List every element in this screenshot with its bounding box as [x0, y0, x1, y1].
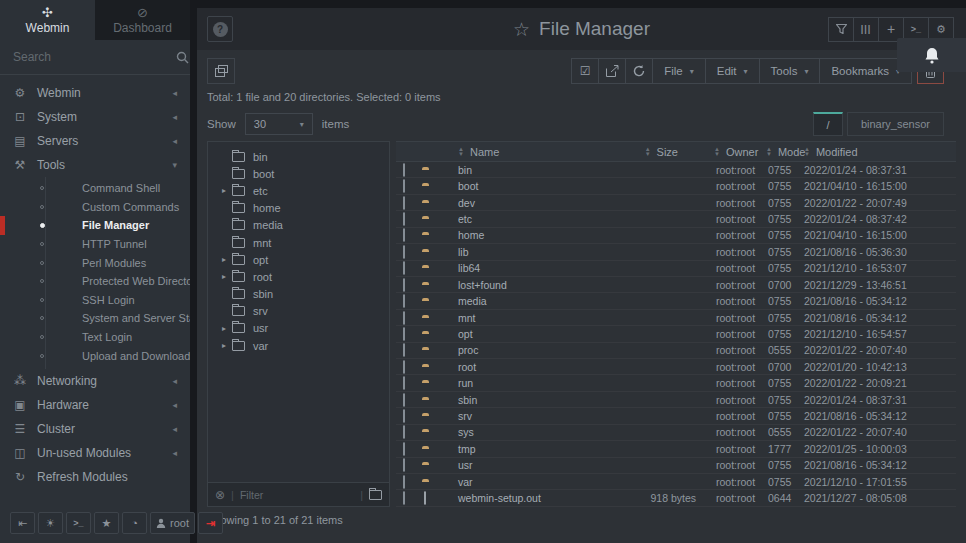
clone-window-button[interactable] — [207, 58, 235, 84]
table-row-proc[interactable]: proc root:root 0555 2022/01/22 - 20:07:4… — [396, 343, 956, 359]
sidebar-item-protected-web-directories[interactable]: Protected Web Directories — [0, 272, 190, 291]
row-checkbox[interactable] — [403, 196, 405, 210]
table-row-bin[interactable]: bin root:root 0755 2022/01/24 - 08:37:31 — [396, 162, 956, 178]
sidebar-item-perl-modules[interactable]: Perl Modules — [0, 253, 190, 272]
row-checkbox[interactable] — [403, 458, 405, 472]
menu-tools-button[interactable]: Tools ▾ — [759, 58, 821, 84]
tree-item-srv[interactable]: srv — [208, 303, 389, 320]
row-checkbox[interactable] — [403, 228, 405, 242]
sidebar-item-text-login[interactable]: Text Login — [0, 328, 190, 347]
expand-caret-icon[interactable]: ▸ — [216, 341, 232, 350]
tree-item-boot[interactable]: boot — [208, 165, 389, 182]
usage-button[interactable]: ◔ — [122, 512, 147, 534]
row-checkbox[interactable] — [403, 212, 405, 226]
tab-dashboard[interactable]: ⊘ Dashboard — [95, 0, 190, 40]
table-row-dev[interactable]: dev root:root 0755 2022/01/22 - 20:07:49 — [396, 195, 956, 211]
sidebar-item-tools[interactable]: ⚒ Tools ▾ — [0, 153, 190, 177]
table-row-lost-found[interactable]: lost+found root:root 0700 2021/12/29 - 1… — [396, 277, 956, 293]
notifications-panel[interactable] — [897, 38, 966, 72]
table-row-boot[interactable]: boot root:root 0755 2021/04/10 - 16:15:0… — [396, 178, 956, 194]
expand-caret-icon[interactable]: ▸ — [216, 272, 232, 281]
sidebar-item-http-tunnel[interactable]: HTTP Tunnel — [0, 235, 190, 254]
column-header-mode[interactable]: ▲▼ Mode — [756, 146, 804, 158]
logout-button[interactable]: ⇥ — [198, 512, 223, 534]
table-row-media[interactable]: media root:root 0755 2021/08/16 - 05:34:… — [396, 293, 956, 309]
sidebar-item-command-shell[interactable]: Command Shell — [0, 179, 190, 198]
column-header-size[interactable]: ▲▼ Size — [620, 146, 700, 158]
sidebar-item-refresh-modules[interactable]: ↻ Refresh Modules — [0, 465, 190, 489]
column-header-modified[interactable]: ▲▼ Modified — [804, 146, 956, 158]
table-row-run[interactable]: run root:root 0755 2022/01/22 - 20:09:21 — [396, 375, 956, 391]
row-checkbox[interactable] — [403, 425, 405, 439]
row-checkbox[interactable] — [403, 278, 405, 292]
tree-item-var[interactable]: ▸ var — [208, 337, 389, 354]
sidebar-item-upload-and-download[interactable]: Upload and Download — [0, 346, 190, 365]
tree-item-bin[interactable]: bin — [208, 148, 389, 165]
row-checkbox[interactable] — [403, 475, 405, 489]
sidebar-item-system[interactable]: ⊡ System ◂ — [0, 105, 190, 129]
column-header-name[interactable]: ▲▼ Name — [458, 146, 620, 158]
collapse-sidebar-button[interactable]: ⇤ — [10, 512, 35, 534]
open-with-button[interactable] — [598, 58, 626, 84]
user-button[interactable]: root — [150, 512, 195, 534]
columns-button[interactable]: ||| — [853, 17, 879, 42]
select-all-button[interactable]: ☑ — [571, 58, 599, 84]
row-checkbox[interactable] — [403, 163, 405, 177]
row-checkbox[interactable] — [403, 360, 405, 374]
help-button[interactable]: ? — [207, 16, 233, 42]
tree-item-usr[interactable]: ▸ usr — [208, 320, 389, 337]
row-checkbox[interactable] — [403, 245, 405, 259]
row-checkbox[interactable] — [403, 343, 405, 357]
row-checkbox[interactable] — [403, 491, 405, 505]
tab-webmin[interactable]: ✣ Webmin — [0, 0, 95, 40]
tree-item-root[interactable]: ▸ root — [208, 268, 389, 285]
table-row-etc[interactable]: etc root:root 0755 2022/01/24 - 08:37:42 — [396, 211, 956, 227]
sidebar-item-system-and-server-status[interactable]: System and Server Status — [0, 309, 190, 328]
tree-item-etc[interactable]: ▸ etc — [208, 182, 389, 199]
expand-caret-icon[interactable]: ▸ — [216, 324, 232, 333]
table-row-opt[interactable]: opt root:root 0755 2021/12/10 - 16:54:57 — [396, 326, 956, 342]
filter-input[interactable] — [240, 489, 354, 501]
table-row-sys[interactable]: sys root:root 0555 2022/01/22 - 20:07:40 — [396, 425, 956, 441]
table-row-srv[interactable]: srv root:root 0755 2021/08/16 - 05:34:12 — [396, 408, 956, 424]
row-checkbox[interactable] — [403, 393, 405, 407]
table-row-var[interactable]: var root:root 0755 2021/12/10 - 17:01:55 — [396, 474, 956, 490]
folder-icon[interactable] — [369, 490, 382, 500]
table-row-lib[interactable]: lib root:root 0755 2021/08/16 - 05:36:30 — [396, 244, 956, 260]
table-row-tmp[interactable]: tmp root:root 1777 2022/01/25 - 10:00:03 — [396, 441, 956, 457]
sidebar-item-networking[interactable]: ⁂ Networking ◂ — [0, 369, 190, 393]
menu-edit-button[interactable]: Edit ▾ — [705, 58, 760, 84]
row-checkbox[interactable] — [403, 179, 405, 193]
favorites-button[interactable]: ★ — [94, 512, 119, 534]
items-per-page-select[interactable]: 30 ▾ — [245, 113, 313, 135]
table-row-root[interactable]: root root:root 0700 2022/01/20 - 10:42:1… — [396, 359, 956, 375]
sidebar-item-un-used-modules[interactable]: ◫ Un-used Modules ◂ — [0, 441, 190, 465]
row-checkbox[interactable] — [403, 442, 405, 456]
table-row-mnt[interactable]: mnt root:root 0755 2021/08/16 - 05:34:12 — [396, 310, 956, 326]
row-checkbox[interactable] — [403, 261, 405, 275]
table-row-usr[interactable]: usr root:root 0755 2021/08/16 - 05:34:12 — [396, 458, 956, 474]
tree-item-sbin[interactable]: sbin — [208, 286, 389, 303]
row-checkbox[interactable] — [403, 327, 405, 341]
filter-button[interactable] — [828, 17, 854, 42]
tree-item-opt[interactable]: ▸ opt — [208, 251, 389, 268]
breadcrumb-root-tab[interactable]: / — [813, 112, 843, 136]
row-checkbox[interactable] — [403, 376, 405, 390]
sidebar-item-custom-commands[interactable]: Custom Commands — [0, 198, 190, 217]
sidebar-item-servers[interactable]: ▤ Servers ◂ — [0, 129, 190, 153]
menu-file-button[interactable]: File ▾ — [652, 58, 706, 84]
sidebar-item-hardware[interactable]: ▣ Hardware ◂ — [0, 393, 190, 417]
favorite-star-icon[interactable]: ☆ — [513, 18, 530, 41]
sidebar-item-file-manager[interactable]: File Manager — [0, 216, 190, 235]
row-checkbox[interactable] — [403, 311, 405, 325]
theme-button[interactable]: ☀ — [38, 512, 63, 534]
sidebar-item-cluster[interactable]: ☰ Cluster ◂ — [0, 417, 190, 441]
tree-item-media[interactable]: media — [208, 217, 389, 234]
table-row-lib64[interactable]: lib64 root:root 0755 2021/12/10 - 16:53:… — [396, 261, 956, 277]
column-header-owner[interactable]: ▲▼ Owner — [700, 146, 756, 158]
row-checkbox[interactable] — [403, 294, 405, 308]
table-row-webmin-setup-out[interactable]: webmin-setup.out 918 bytes root:root 064… — [396, 490, 956, 506]
sidebar-item-webmin[interactable]: ⚙ Webmin ◂ — [0, 81, 190, 105]
sidebar-item-ssh-login[interactable]: SSH Login — [0, 291, 190, 310]
terminal-button[interactable]: >_ — [66, 512, 91, 534]
